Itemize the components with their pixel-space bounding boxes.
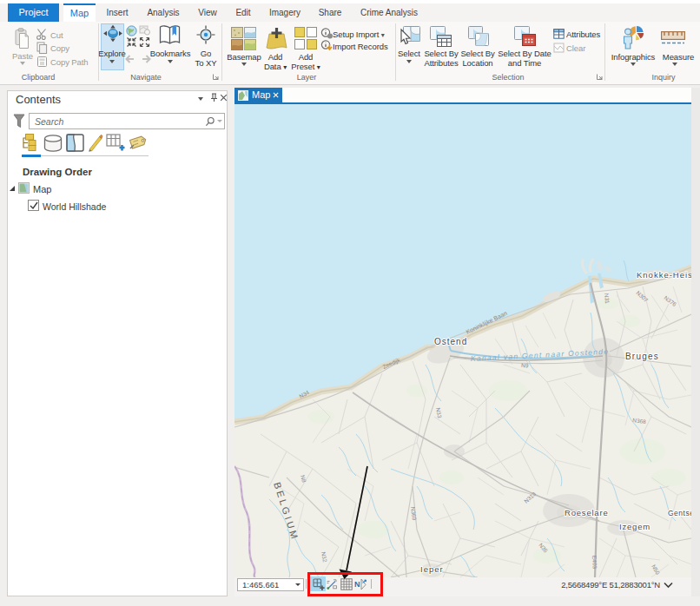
- svg-text:E403: E403: [591, 555, 598, 569]
- svg-text:Bruges: Bruges: [625, 352, 659, 361]
- svg-text:Izegem: Izegem: [619, 522, 650, 531]
- svg-text:N31: N31: [604, 293, 611, 304]
- svg-text:Ostend: Ostend: [434, 337, 467, 346]
- svg-text:N9: N9: [521, 362, 529, 368]
- svg-text:Gentse: Gentse: [668, 509, 691, 517]
- svg-text:Ieper: Ieper: [420, 564, 444, 574]
- svg-text:Roeselare: Roeselare: [565, 508, 609, 517]
- svg-text:Knokke-Heist: Knokke-Heist: [637, 270, 691, 280]
